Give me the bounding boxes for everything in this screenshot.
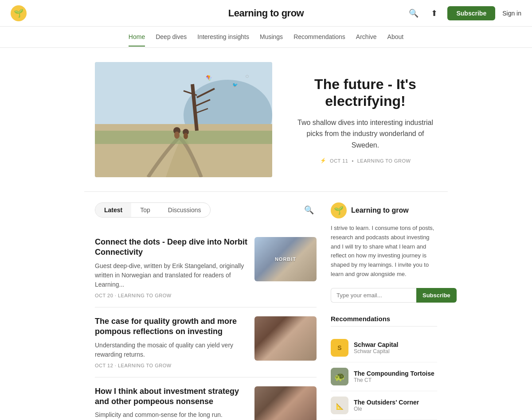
- article-content: The case for quality growth and more pom…: [95, 316, 247, 368]
- email-subscribe-form: Subscribe: [331, 288, 437, 303]
- svg-text:🐦: 🐦: [232, 82, 238, 88]
- nav-item-recommendations[interactable]: Recommendations: [293, 28, 345, 47]
- hero-author: LEARNING TO GROW: [357, 158, 411, 163]
- hero-subtitle: Two shallow dives into interesting indus…: [293, 117, 437, 151]
- sidebar-blog-header: 🌱 Learning to grow: [331, 202, 437, 218]
- rec-name: The Compounding Tortoise: [354, 370, 434, 377]
- header: 🌱 Learning to grow 🔍 ⬆ Subscribe Sign in: [0, 0, 532, 27]
- hero-title: The future - It's electrifying!: [293, 76, 437, 110]
- rec-item-outsiders[interactable]: 📐 The Outsiders' Corner Ole: [331, 391, 437, 420]
- email-input[interactable]: [331, 288, 416, 303]
- article-excerpt: Understanding the mosaic of quality can …: [95, 341, 247, 359]
- hero-artwork: 🪁 🐦 ⬡: [95, 62, 272, 177]
- rec-item-tortoise[interactable]: 🐢 The Compounding Tortoise The CT: [331, 362, 437, 391]
- rec-info: The Outsiders' Corner Ole: [354, 399, 419, 412]
- share-button[interactable]: ⬆: [428, 6, 440, 21]
- svg-text:S: S: [337, 344, 341, 351]
- svg-text:🐢: 🐢: [334, 371, 345, 382]
- article-meta: OCT 20 · LEARNING TO GROW: [95, 293, 247, 298]
- rec-info: The Compounding Tortoise The CT: [354, 370, 434, 383]
- hero-section: 🪁 🐦 ⬡ The future - It's electrifying! Tw…: [84, 48, 448, 191]
- hero-date: OCT 11: [330, 158, 348, 163]
- sidebar-description: I strive to learn. I consume tons of pos…: [331, 224, 437, 279]
- rec-sub: The CT: [354, 377, 434, 383]
- hero-meta: ⚡ OCT 11 • LEARNING TO GROW: [293, 158, 437, 163]
- nav-item-interesting-insights[interactable]: Interesting insights: [197, 28, 249, 47]
- outsiders-logo-icon: 📐: [331, 397, 348, 414]
- article-excerpt: Simplicity and common-sense for the long…: [95, 410, 247, 420]
- article-title[interactable]: How I think about investment strategy an…: [95, 386, 247, 407]
- svg-text:📐: 📐: [336, 403, 344, 410]
- rec-icon-outsiders: 📐: [331, 397, 348, 414]
- logo[interactable]: 🌱: [11, 5, 27, 21]
- tab-group: Latest Top Discussions: [95, 202, 211, 218]
- hero-content: The future - It's electrifying! Two shal…: [293, 76, 437, 164]
- svg-point-10: [174, 132, 180, 139]
- share-icon: ⬆: [431, 9, 438, 18]
- nav-item-about[interactable]: About: [387, 28, 404, 47]
- thumb-label: NORBIT: [254, 237, 317, 281]
- nav-item-archive[interactable]: Archive: [356, 28, 377, 47]
- rec-sub: Schwar Capital: [354, 348, 398, 354]
- email-subscribe-button[interactable]: Subscribe: [416, 288, 457, 303]
- hero-meta-icon: ⚡: [320, 158, 327, 163]
- article-content: Connect the dots - Deep dive into Norbit…: [95, 237, 247, 298]
- search-icon: 🔍: [409, 9, 419, 18]
- tab-latest[interactable]: Latest: [95, 203, 131, 217]
- svg-point-12: [184, 133, 188, 139]
- tabs-bar: Latest Top Discussions 🔍: [95, 202, 317, 218]
- thumb-label: [254, 316, 317, 361]
- articles-search-button[interactable]: 🔍: [301, 202, 317, 218]
- search-button[interactable]: 🔍: [406, 6, 421, 21]
- hero-image: 🪁 🐦 ⬡: [95, 62, 272, 177]
- tortoise-logo-icon: 🐢: [331, 368, 348, 385]
- article-content: How I think about investment strategy an…: [95, 386, 247, 420]
- header-actions: 🔍 ⬆ Subscribe Sign in: [406, 6, 521, 21]
- article-title[interactable]: Connect the dots - Deep dive into Norbit…: [95, 237, 247, 258]
- sidebar-logo-icon: 🌱: [331, 202, 347, 218]
- subscribe-button[interactable]: Subscribe: [447, 6, 495, 20]
- rec-item-schwar[interactable]: S Schwar Capital Schwar Capital: [331, 334, 437, 362]
- signin-link[interactable]: Sign in: [502, 10, 521, 17]
- article-item: The case for quality growth and more pom…: [95, 307, 317, 377]
- nav-item-deep-dives[interactable]: Deep dives: [156, 28, 187, 47]
- svg-text:⬡: ⬡: [246, 74, 249, 78]
- thumb-label: [254, 386, 317, 420]
- sidebar-blog-title: Learning to grow: [351, 206, 409, 214]
- logo-icon: 🌱: [11, 5, 27, 21]
- tab-discussions[interactable]: Discussions: [159, 203, 210, 217]
- rec-name: Schwar Capital: [354, 341, 398, 348]
- tab-top[interactable]: Top: [131, 203, 159, 217]
- site-title: Learning to grow: [228, 8, 304, 19]
- rec-icon-tortoise: 🐢: [331, 368, 348, 385]
- article-item: How I think about investment strategy an…: [95, 377, 317, 420]
- main-nav: Home Deep dives Interesting insights Mus…: [0, 27, 532, 48]
- rec-sub: Ole: [354, 406, 419, 412]
- nav-item-home[interactable]: Home: [129, 28, 145, 47]
- article-thumbnail: [254, 316, 317, 361]
- article-item: Connect the dots - Deep dive into Norbit…: [95, 228, 317, 307]
- recommendations-title: Recommendations: [331, 315, 437, 327]
- svg-text:🪁: 🪁: [206, 74, 212, 81]
- article-meta: OCT 12 · LEARNING TO GROW: [95, 363, 247, 368]
- article-title[interactable]: The case for quality growth and more pom…: [95, 316, 247, 337]
- schwar-logo-icon: S: [334, 342, 345, 353]
- article-list: Latest Top Discussions 🔍 Connect the dot…: [95, 202, 317, 420]
- rec-info: Schwar Capital Schwar Capital: [354, 341, 398, 354]
- sidebar: 🌱 Learning to grow I strive to learn. I …: [331, 202, 437, 420]
- hero-dot: •: [352, 158, 353, 163]
- rec-icon-schwar: S: [331, 339, 348, 357]
- search-icon: 🔍: [304, 206, 314, 214]
- rec-name: The Outsiders' Corner: [354, 399, 419, 406]
- main-content: Latest Top Discussions 🔍 Connect the dot…: [84, 192, 448, 420]
- article-thumbnail: NORBIT: [254, 237, 317, 281]
- article-thumbnail: [254, 386, 317, 420]
- nav-item-musings[interactable]: Musings: [260, 28, 283, 47]
- article-excerpt: Guest deep-dive, written by Erik Stangel…: [95, 261, 247, 289]
